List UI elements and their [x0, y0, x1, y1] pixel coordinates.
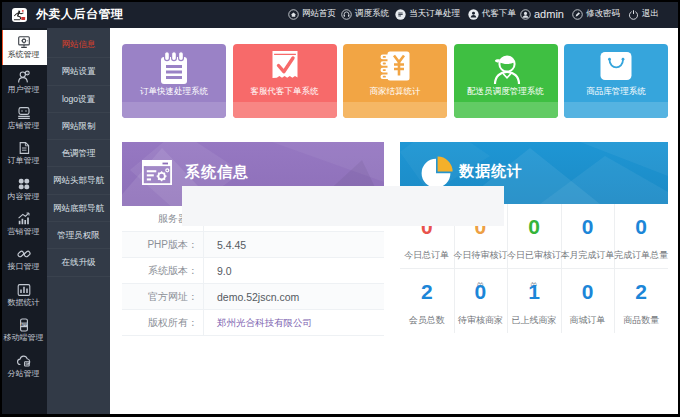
svg-text:APP: APP: [20, 323, 26, 327]
